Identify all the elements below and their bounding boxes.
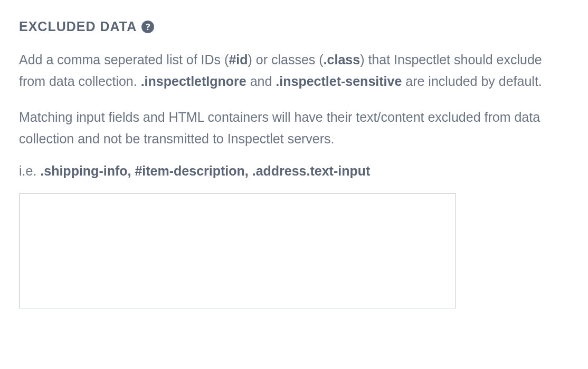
description-paragraph-1: Add a comma seperated list of IDs (#id) … bbox=[19, 49, 569, 93]
excluded-data-textarea[interactable] bbox=[19, 193, 456, 308]
description-paragraph-2: Matching input fields and HTML container… bbox=[19, 106, 569, 150]
excluded-data-heading: EXCLUDED DATA bbox=[19, 19, 569, 34]
desc1-text2: ) or classes ( bbox=[248, 52, 324, 67]
example-line: i.e. .shipping-info, #item-description, … bbox=[19, 163, 569, 179]
desc1-bold1: #id bbox=[229, 52, 248, 67]
desc1-bold2: .class bbox=[324, 52, 361, 67]
example-bold: .shipping-info, #item-description, .addr… bbox=[40, 163, 370, 178]
help-icon[interactable] bbox=[141, 20, 155, 34]
example-prefix: i.e. bbox=[19, 163, 40, 178]
desc1-bold3: .inspectletIgnore bbox=[141, 74, 246, 89]
desc1-bold4: .inspectlet-sensitive bbox=[276, 74, 402, 89]
desc1-text1: Add a comma seperated list of IDs ( bbox=[19, 52, 229, 67]
desc1-text4: and bbox=[246, 74, 276, 89]
desc1-text5: are included by default. bbox=[402, 74, 542, 89]
excluded-data-title-text: EXCLUDED DATA bbox=[19, 19, 137, 34]
